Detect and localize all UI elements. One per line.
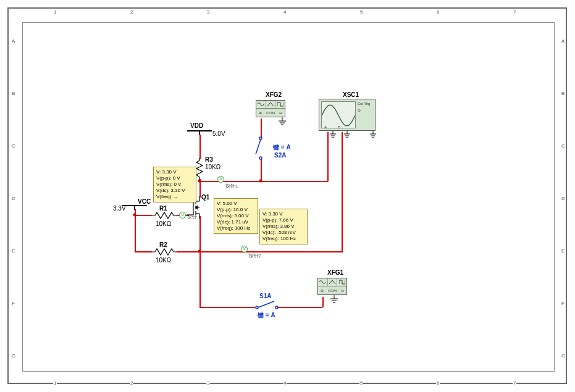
ruler-bot-3: 3	[206, 380, 210, 386]
wire	[199, 216, 201, 252]
wire	[261, 119, 262, 137]
tt-row: V(p-p): 10.0 V	[217, 207, 255, 213]
ruler-top-2: 2	[130, 9, 133, 15]
probe-icon[interactable]	[179, 212, 186, 219]
tt-row: V(p-p): 7.66 V	[262, 217, 304, 223]
sine-icon	[256, 101, 266, 108]
ruler-left-E: E	[11, 248, 15, 254]
ground-icon	[277, 117, 287, 127]
chan-B: B	[338, 125, 340, 129]
probe-icon[interactable]	[241, 246, 248, 252]
oscilloscope-waveform	[322, 102, 355, 128]
svg-point-12	[259, 157, 262, 159]
probe-label-1: 探针1	[225, 183, 238, 190]
ruler-right-A: A	[561, 38, 565, 44]
vcc-tick	[134, 205, 135, 210]
resistor-R1[interactable]	[152, 211, 177, 220]
tt-row: V(rms): 3.86 V	[262, 223, 304, 230]
chan-A: A	[324, 125, 327, 129]
xsc1-label: XSC1	[343, 91, 359, 98]
pin-minus-icon: ⊖	[341, 288, 344, 293]
wire	[261, 159, 262, 181]
ruler-right-F: F	[561, 301, 565, 306]
ruler-left-B: B	[11, 91, 15, 96]
ruler-top-7: 7	[513, 9, 516, 15]
resistor-R3[interactable]	[195, 158, 204, 180]
vcc-name: VCC	[138, 198, 151, 205]
function-generator-xfg1[interactable]: ⊕ COM ⊖	[317, 278, 347, 295]
S2A-name: S2A	[274, 152, 286, 159]
Q1-ref: Q1	[201, 194, 209, 201]
ruler-right-E: E	[561, 248, 565, 254]
xfg-pin-row: ⊕ COM ⊖	[256, 109, 285, 117]
probe-label-A: 探针	[187, 214, 197, 220]
ruler-left-F: F	[11, 301, 15, 306]
ruler-bot-6: 6	[436, 380, 440, 386]
drawing-area[interactable]	[22, 22, 555, 372]
oscilloscope-side: Ext Trig ⊙	[358, 99, 375, 130]
tt-row: V(dc): 1.71 uV	[217, 219, 255, 225]
svg-point-10	[259, 137, 262, 140]
R1-ref: R1	[159, 205, 167, 212]
ruler-bot-2: 2	[130, 380, 133, 386]
vdd-name: VDD	[190, 122, 203, 129]
ruler-top-1: 1	[53, 9, 57, 15]
pin-plus-icon: ⊕	[259, 111, 262, 115]
trig-pin-icon: ⊙	[358, 108, 375, 112]
ruler-bot-4: 4	[283, 380, 287, 386]
svg-line-11	[256, 140, 261, 154]
wire	[177, 251, 200, 252]
wire	[322, 297, 324, 307]
pin-minus-icon: ⊖	[279, 111, 282, 115]
ground-icon	[369, 131, 377, 140]
vdd-tick	[199, 130, 200, 135]
triangle-icon	[328, 278, 338, 286]
square-icon	[337, 278, 346, 286]
net-node	[198, 250, 201, 253]
xfg1-label: XFG1	[327, 269, 343, 276]
ruler-left-A: A	[11, 38, 15, 44]
resistor-R2[interactable]	[152, 248, 177, 256]
function-generator-xfg2[interactable]: ⊕ COM ⊖	[256, 100, 285, 117]
ruler-top-3: 3	[206, 9, 210, 15]
tt-row: V(rms): 0 V	[156, 181, 193, 188]
measurement-tooltip-mid: V: 5.00 V V(p-p): 10.0 V V(rms): 5.00 V …	[214, 198, 258, 234]
tt-row: V: 3.30 V	[156, 169, 193, 175]
probe-icon[interactable]	[217, 176, 224, 183]
switch-S2A[interactable]	[253, 136, 268, 161]
wire	[222, 181, 261, 182]
ext-trig-label: Ext Trig	[358, 102, 375, 106]
xfg-wave-row	[318, 278, 346, 286]
ground-icon	[329, 131, 337, 140]
ruler-right-G: G	[561, 353, 566, 359]
ruler-bot-7: 7	[513, 380, 516, 386]
R2-val: 10KΩ	[156, 257, 171, 264]
square-icon	[275, 101, 285, 108]
ruler-right-C: C	[561, 143, 566, 149]
probe-label-2: 探针2	[249, 252, 261, 259]
wire	[327, 132, 329, 181]
tt-row: V: 5.00 V	[217, 201, 255, 207]
ground-icon	[343, 131, 351, 140]
xfg1-com: COM	[328, 289, 337, 293]
measurement-tooltip-left: V: 3.30 V V(p-p): 0 V V(rms): 0 V V(dc):…	[153, 167, 196, 202]
ruler-right-D: D	[561, 196, 566, 201]
net-node	[133, 214, 136, 217]
ruler-top-4: 4	[283, 9, 287, 15]
wire	[135, 251, 152, 252]
oscilloscope-screen	[321, 101, 356, 128]
oscilloscope-xsc1[interactable]: Ext Trig ⊙ A B	[319, 99, 376, 131]
wire	[278, 307, 322, 308]
ruler-left-D: D	[11, 196, 16, 201]
tt-row: V(freq): 100 Hz	[217, 225, 255, 231]
tt-row: V(freq): --	[156, 194, 193, 200]
R3-val: 10KΩ	[205, 164, 220, 170]
xfg2-com: COM	[266, 111, 275, 115]
R3-ref: R3	[205, 156, 213, 163]
xfg2-label: XFG2	[266, 91, 282, 98]
vcc-value: 3.3V	[113, 205, 126, 212]
wire	[261, 181, 328, 182]
measurement-tooltip-right: V: 3.30 V V(p-p): 7.66 V V(rms): 3.86 V …	[259, 209, 308, 244]
tt-row: V(dc): 3.30 V	[156, 188, 193, 194]
tt-row: V(rms): 5.00 V	[217, 213, 255, 219]
